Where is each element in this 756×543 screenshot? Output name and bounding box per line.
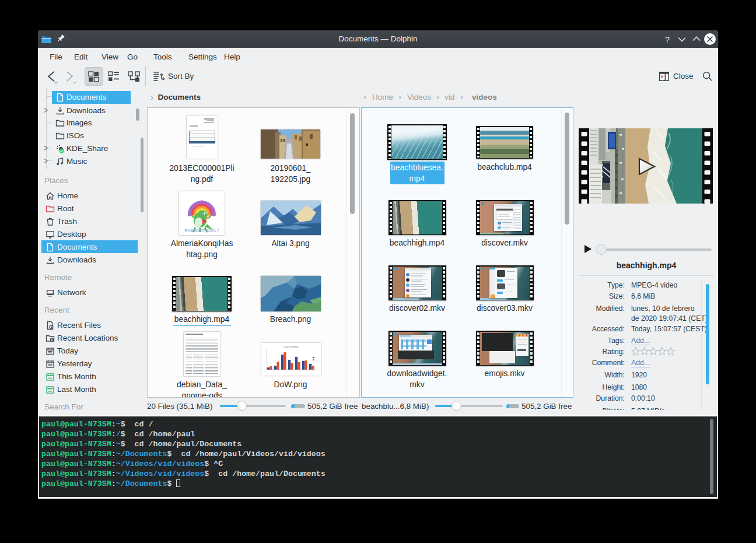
svg-text:Days of Week: Days of Week [284, 345, 299, 348]
svg-text:#Akademy2017: #Akademy2017 [184, 227, 219, 233]
